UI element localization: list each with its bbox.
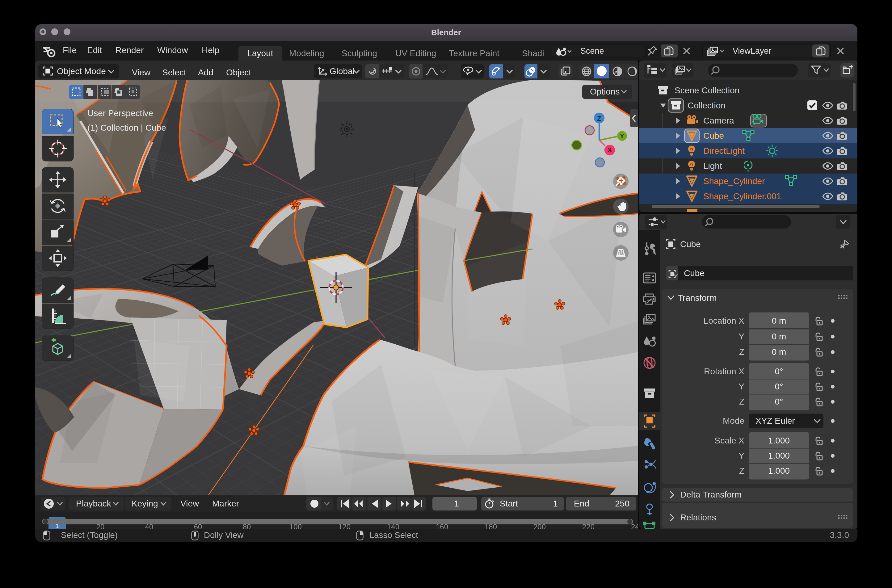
svg-text:1: 1 bbox=[55, 522, 59, 529]
svg-text:0 m: 0 m bbox=[772, 316, 786, 325]
svg-text:1.000: 1.000 bbox=[768, 466, 790, 475]
svg-text:Z: Z bbox=[597, 114, 601, 122]
svg-text:Z: Z bbox=[739, 396, 744, 406]
svg-text:Select (Toggle): Select (Toggle) bbox=[61, 530, 118, 540]
svg-text:Options: Options bbox=[590, 87, 620, 96]
svg-text:250: 250 bbox=[615, 498, 630, 508]
svg-text:3.3.0: 3.3.0 bbox=[830, 530, 849, 540]
svg-text:DirectLight: DirectLight bbox=[703, 146, 745, 155]
svg-text:(1) Collection | Cube: (1) Collection | Cube bbox=[87, 123, 166, 132]
svg-text:Y: Y bbox=[739, 451, 744, 460]
svg-text:User Perspective: User Perspective bbox=[87, 108, 153, 118]
svg-text:Shape_Cylinder.001: Shape_Cylinder.001 bbox=[703, 191, 781, 201]
svg-text:Scene Collection: Scene Collection bbox=[675, 85, 739, 95]
svg-text:Location X: Location X bbox=[704, 316, 745, 325]
svg-text:Cube: Cube bbox=[703, 130, 724, 140]
svg-text:1: 1 bbox=[454, 498, 459, 508]
svg-text:1: 1 bbox=[553, 498, 558, 508]
svg-text:Collection: Collection bbox=[688, 100, 726, 110]
svg-text:Delta Transform: Delta Transform bbox=[680, 489, 742, 499]
svg-text:XYZ Euler: XYZ Euler bbox=[756, 416, 795, 425]
svg-text:Light: Light bbox=[703, 161, 722, 171]
svg-text:Cube: Cube bbox=[680, 239, 701, 249]
svg-text:Shape_Cylinder: Shape_Cylinder bbox=[703, 176, 765, 186]
svg-text:0°: 0° bbox=[775, 381, 783, 391]
svg-text:Mode: Mode bbox=[723, 416, 744, 425]
svg-text:Start: Start bbox=[500, 498, 518, 508]
svg-text:View: View bbox=[180, 498, 199, 508]
svg-text:Y: Y bbox=[739, 381, 744, 391]
svg-text:0°: 0° bbox=[775, 366, 783, 376]
svg-text:Transform: Transform bbox=[678, 293, 717, 302]
svg-text:Marker: Marker bbox=[212, 498, 239, 508]
svg-text:1.000: 1.000 bbox=[768, 451, 790, 460]
svg-text:Keying: Keying bbox=[132, 498, 158, 508]
svg-text:Rotation X: Rotation X bbox=[704, 366, 744, 376]
svg-text:Lasso Select: Lasso Select bbox=[369, 530, 418, 540]
svg-text:Dolly View: Dolly View bbox=[204, 530, 243, 540]
svg-text:Cube: Cube bbox=[684, 268, 705, 278]
svg-text:0°: 0° bbox=[775, 396, 783, 406]
svg-text:Y: Y bbox=[739, 332, 744, 341]
svg-text:Relations: Relations bbox=[680, 512, 716, 522]
svg-text:0 m: 0 m bbox=[772, 347, 786, 356]
svg-text:Y: Y bbox=[620, 132, 625, 140]
svg-text:Z: Z bbox=[739, 466, 744, 475]
svg-text:Scale X: Scale X bbox=[715, 435, 745, 445]
svg-text:Camera: Camera bbox=[703, 116, 734, 125]
svg-text:End: End bbox=[574, 498, 589, 508]
svg-text:0 m: 0 m bbox=[772, 332, 786, 341]
svg-text:1.000: 1.000 bbox=[768, 435, 790, 445]
svg-text:Playback: Playback bbox=[76, 498, 111, 508]
svg-text:Z: Z bbox=[739, 347, 744, 356]
svg-text:X: X bbox=[607, 146, 612, 153]
